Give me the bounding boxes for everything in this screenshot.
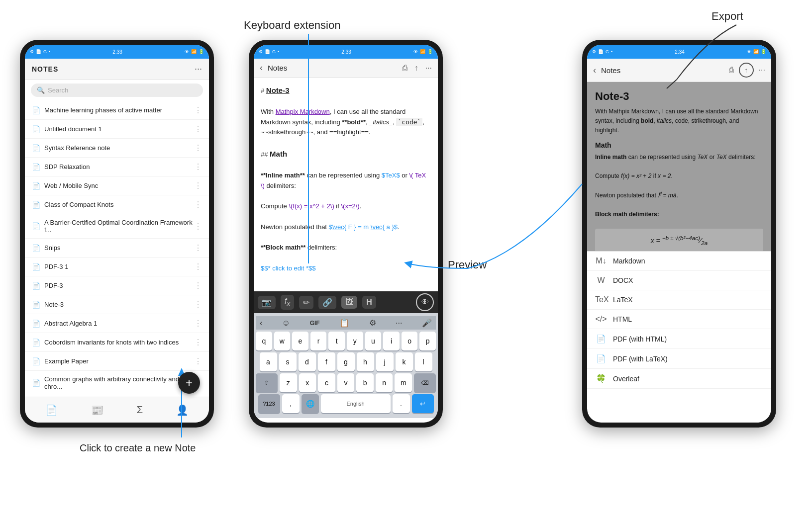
key-num[interactable]: ?123 [258,394,280,413]
export-docx[interactable]: W DOCX [587,271,771,290]
more-icon[interactable]: ··· [195,64,202,74]
clipboard-icon[interactable]: 📋 [339,318,349,328]
key-u[interactable]: u [365,332,382,350]
key-backspace[interactable]: ⌫ [414,373,436,392]
more-dots-icon[interactable]: ⋮ [194,319,202,328]
key-c[interactable]: c [318,373,335,392]
list-item[interactable]: 📄PDF-3 1 ⋮ [25,258,209,276]
notes-nav-icon[interactable]: 📄 [45,404,58,416]
list-item[interactable]: 📄Example Paper ⋮ [25,352,209,371]
block-math-placeholder[interactable]: $$* click to edit *$$ [261,263,431,274]
math-nav-icon[interactable]: Σ [137,404,143,416]
key-n[interactable]: n [376,373,393,392]
more-dots-icon[interactable]: ⋮ [194,281,202,290]
key-o[interactable]: o [402,332,418,350]
key-f[interactable]: f [318,352,335,371]
more-dots-icon[interactable]: ⋮ [194,262,202,271]
chevron-left-icon[interactable]: ‹ [260,319,262,328]
more-dots-icon[interactable]: ⋮ [194,124,202,134]
list-item[interactable]: 📄PDF-3 ⋮ [25,276,209,295]
draw-icon[interactable]: ✏ [299,296,313,309]
key-a[interactable]: a [260,352,277,371]
more-dots-icon[interactable]: ⋮ [194,200,202,209]
camera-icon[interactable]: 📷 [258,296,276,309]
list-item[interactable]: 📄Snips ⋮ [25,239,209,258]
pdf-nav-icon[interactable]: 📰 [91,404,103,416]
key-l[interactable]: l [415,352,432,371]
more-dots-icon[interactable]: ⋮ [194,356,202,366]
emoji-icon[interactable]: ☺ [282,319,290,328]
list-item[interactable]: 📄Class of Compact Knots ⋮ [25,195,209,214]
heading-icon[interactable]: H [362,296,376,309]
fx-icon[interactable]: fx [281,295,294,309]
key-comma[interactable]: , [282,394,300,413]
image-icon[interactable]: 🖼 [341,296,357,309]
export-latex[interactable]: TeX LaTeX [587,290,771,310]
list-item[interactable]: 📄Syntax Reference note ⋮ [25,139,209,158]
more-icon[interactable]: ··· [759,66,765,75]
key-v[interactable]: v [337,373,355,392]
back-button[interactable]: ‹ [260,63,263,73]
key-globe[interactable]: 🌐 [302,394,319,413]
key-s[interactable]: s [279,352,297,371]
more-dots-icon[interactable]: ⋮ [194,143,202,153]
key-d[interactable]: d [299,352,316,371]
key-m[interactable]: m [395,373,412,392]
list-item[interactable]: 📄Abstract Algebra 1 ⋮ [25,314,209,333]
export-pdf-html[interactable]: 📄 PDF (with HTML) [587,329,771,349]
key-q[interactable]: q [256,332,272,350]
settings-icon[interactable]: ⚙ [369,318,376,328]
editor-content[interactable]: # Note-3 With Mathpix Markdown, I can us… [254,78,438,291]
add-note-button[interactable]: + [178,372,200,394]
key-p[interactable]: p [419,332,436,350]
list-item[interactable]: 📄Untitled document 1 ⋮ [25,120,209,139]
mic-icon[interactable]: 🎤 [422,318,432,328]
key-x[interactable]: x [299,373,316,392]
key-h[interactable]: h [357,352,374,371]
more-icon[interactable]: ··· [425,64,432,73]
key-y[interactable]: y [347,332,363,350]
preview-eye-button[interactable]: 👁 [416,293,434,311]
key-k[interactable]: k [396,352,413,371]
share-icon[interactable]: ⎙ [403,64,407,73]
key-shift[interactable]: ⇧ [256,373,278,392]
key-j[interactable]: j [376,352,394,371]
key-i[interactable]: i [383,332,400,350]
more-dots-icon[interactable]: ··· [396,319,402,328]
key-w[interactable]: w [274,332,291,350]
more-dots-icon[interactable]: ⋮ [194,162,202,172]
gif-icon[interactable]: GIF [310,320,320,327]
back-button[interactable]: ‹ [593,65,596,76]
key-g[interactable]: g [337,352,355,371]
export-overleaf[interactable]: 🍀 Overleaf [587,369,771,389]
key-period[interactable]: . [393,394,410,413]
export-markdown[interactable]: M↓ Markdown [587,252,771,271]
key-r[interactable]: r [310,332,327,350]
key-t[interactable]: t [328,332,345,350]
list-item[interactable]: 📄Machine learning phases of active matte… [25,101,209,120]
key-b[interactable]: b [356,373,374,392]
more-dots-icon[interactable]: ⋮ [194,181,202,190]
profile-nav-icon[interactable]: 👤 [176,404,189,416]
more-dots-icon[interactable]: ⋮ [194,338,202,347]
link-icon[interactable]: 🔗 [318,296,336,309]
key-z[interactable]: z [280,373,297,392]
more-dots-icon[interactable]: ⋮ [194,300,202,309]
search-bar[interactable]: 🔍 Search [31,84,203,97]
export-html[interactable]: </> HTML [587,310,771,329]
share-icon[interactable]: ⎙ [729,66,734,75]
key-e[interactable]: e [292,332,308,350]
more-dots-icon[interactable]: ⋮ [194,105,202,115]
list-item[interactable]: 📄Web / Mobile Sync ⋮ [25,176,209,195]
list-item[interactable]: 📄SDP Relaxation ⋮ [25,158,209,176]
more-dots-icon[interactable]: ⋮ [194,243,202,253]
upload-icon[interactable]: ↑ [414,64,418,73]
export-pdf-latex[interactable]: 📄 PDF (with LaTeX) [587,349,771,369]
export-button[interactable]: ↑ [739,63,754,78]
list-item[interactable]: 📄Note-3 ⋮ [25,295,209,314]
list-item[interactable]: 📄Cobordism invariants for knots with two… [25,333,209,352]
key-space[interactable]: English [321,394,391,413]
key-enter[interactable]: ↵ [412,394,434,413]
more-dots-icon[interactable]: ⋮ [194,222,202,231]
list-item[interactable]: 📄A Barrier-Certified Optimal Coordinatio… [25,214,209,239]
